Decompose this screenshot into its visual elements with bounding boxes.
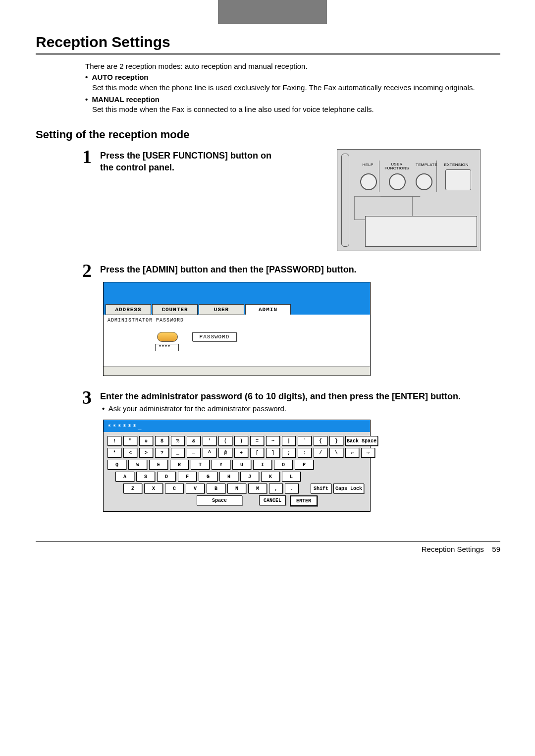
key-backspace[interactable]: Back Space [345,436,378,446]
step-2-number: 2 [82,261,92,280]
extension-button-icon [445,169,471,190]
step-3-subtext: Ask your administrator for the administr… [102,404,481,413]
user-functions-button-icon [389,173,406,190]
key-q[interactable]: Q [107,460,126,470]
key-w[interactable]: W [128,460,147,470]
key-hash[interactable]: # [139,436,153,446]
key-percent[interactable]: % [171,436,185,446]
key-d[interactable]: D [157,472,176,482]
key-arrow-left[interactable]: ⇦ [345,448,359,458]
key-b[interactable]: B [207,484,225,493]
title-rule [36,54,500,54]
keyboard-entry: ******_ [104,420,370,432]
key-lbrace[interactable]: { [314,436,327,446]
key-arrow-right[interactable]: ⇨ [361,448,375,458]
template-button-icon [416,173,432,190]
key-plus[interactable]: + [234,448,248,458]
password-masked: ****_ [155,344,179,351]
key-y[interactable]: Y [212,460,230,470]
key-tilde[interactable]: ~ [266,436,280,446]
footer-rule [36,541,500,542]
key-u[interactable]: U [232,460,251,470]
key-h[interactable]: H [219,472,238,482]
key-bslash[interactable]: \ [329,448,343,458]
key-quote[interactable]: " [123,436,137,446]
key-rbracket[interactable]: ] [266,448,280,458]
key-exclaim[interactable]: ! [107,436,121,446]
step-2-title: Press the [ADMIN] button and then the [P… [100,264,481,275]
key-x[interactable]: X [144,484,163,493]
key-slash[interactable]: / [314,448,327,458]
key-star[interactable]: * [107,448,121,458]
admin-password-label: ADMINISTRATOR PASSWORD [107,318,370,323]
key-backtick[interactable]: ` [298,436,312,446]
step-3-title: Enter the administrator password (6 to 1… [100,391,481,402]
key-icon [157,332,178,342]
key-qmark[interactable]: ? [155,448,169,458]
page-footer: Reception Settings 59 [36,545,500,553]
key-v[interactable]: V [186,484,205,493]
manual-title: MANUAL reception [92,95,160,104]
password-button[interactable]: PASSWORD [192,332,237,341]
key-colon[interactable]: : [298,448,312,458]
tab-user[interactable]: USER [199,304,244,315]
key-capslock[interactable]: Caps Lock [333,484,364,493]
key-equals[interactable]: = [250,436,264,446]
key-dash[interactable]: — [187,448,201,458]
key-rbrace[interactable]: } [329,436,343,446]
subheading: Setting of the reception mode [36,128,500,141]
key-f[interactable]: F [178,472,197,482]
key-shift[interactable]: Shift [311,484,331,493]
header-dark-tab [218,0,327,24]
key-semi[interactable]: ; [282,448,296,458]
key-period[interactable]: . [285,484,299,493]
key-apos[interactable]: ' [203,436,216,446]
key-pipe[interactable]: | [282,436,296,446]
key-g[interactable]: G [199,472,217,482]
tab-admin[interactable]: ADMIN [245,304,291,315]
key-e[interactable]: E [149,460,168,470]
key-o[interactable]: O [274,460,293,470]
key-space[interactable]: Space [197,495,242,505]
panel-label-user-functions: USERFUNCTIONS [381,162,412,170]
key-underscore[interactable]: _ [171,448,185,458]
key-z[interactable]: Z [123,484,142,493]
key-cancel[interactable]: CANCEL [259,495,286,505]
footer-title: Reception Settings [422,545,484,553]
key-p[interactable]: P [295,460,314,470]
key-lparen[interactable]: ( [218,436,232,446]
panel-label-template: TEMPLATE [412,162,441,170]
manual-body: Set this mode when the Fax is connected … [92,105,481,114]
key-at[interactable]: @ [218,448,232,458]
key-s[interactable]: S [136,472,155,482]
key-m[interactable]: M [248,484,267,493]
key-a[interactable]: A [115,472,134,482]
auto-title: AUTO reception [92,73,149,81]
onscreen-keyboard: ******_ ! " # $ % & ' ( ) = ~ | ` { [103,420,371,512]
key-caret[interactable]: ^ [203,448,216,458]
admin-password-screen: ADDRESS COUNTER USER ADMIN ADMINISTRATOR… [103,282,371,376]
step-1-title: Press the [USER FUNCTIONS] button on the… [100,150,278,173]
key-amp[interactable]: & [187,436,201,446]
key-dollar[interactable]: $ [155,436,169,446]
key-gt[interactable]: > [139,448,153,458]
panel-label-help: HELP [354,162,381,170]
tab-address[interactable]: ADDRESS [106,304,151,315]
control-panel-figure: HELP USERFUNCTIONS TEMPLATE EXTENSION [337,149,481,251]
key-t[interactable]: T [191,460,210,470]
key-j[interactable]: J [240,472,259,482]
key-k[interactable]: K [261,472,280,482]
key-rparen[interactable]: ) [234,436,248,446]
key-r[interactable]: R [170,460,189,470]
key-lbracket[interactable]: [ [250,448,264,458]
tab-counter[interactable]: COUNTER [152,304,198,315]
key-l[interactable]: L [282,472,301,482]
key-i[interactable]: I [253,460,272,470]
key-n[interactable]: N [227,484,246,493]
footer-page: 59 [492,545,500,553]
key-comma[interactable]: , [269,484,283,493]
step-3-number: 3 [82,388,92,407]
key-lt[interactable]: < [123,448,137,458]
key-c[interactable]: C [165,484,184,493]
key-enter[interactable]: ENTER [290,495,318,506]
